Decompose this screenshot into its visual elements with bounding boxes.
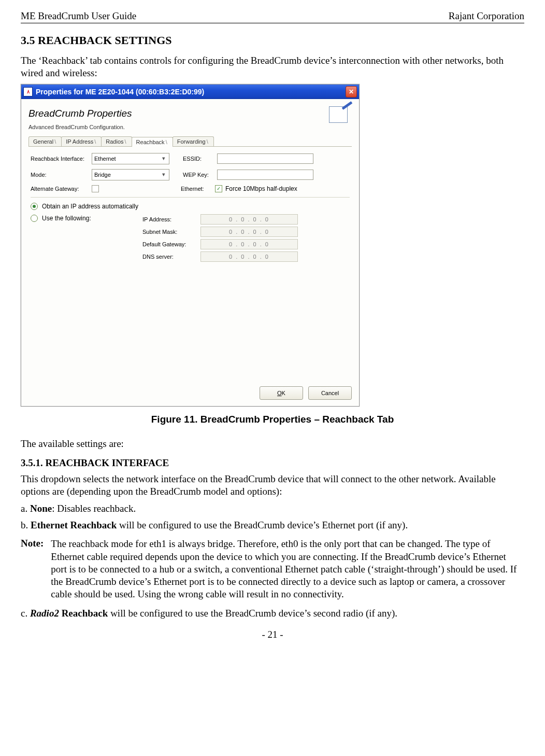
header-left: ME BreadCrumb User Guide — [21, 10, 136, 22]
note-block: Note: The reachback mode for eth1 is alw… — [21, 538, 524, 601]
panel-subtitle: Advanced BreadCrumb Configuration. — [21, 124, 359, 131]
button-bar: OK Cancel — [21, 381, 359, 406]
note-body: The reachback mode for eth1 is always br… — [51, 538, 524, 601]
window-title: Properties for ME 2E20-1044 (00:60:B3:2E… — [36, 88, 204, 96]
item-b: b. Ethernet Reachback will be configured… — [21, 519, 524, 531]
header-right: Rajant Corporation — [449, 10, 524, 22]
use-following-label: Use the following: — [42, 215, 91, 222]
section-heading: 3.5 REACHBACK SETTINGS — [21, 34, 524, 47]
use-following-radio[interactable] — [31, 215, 38, 222]
mode-select[interactable]: Bridge ▾ — [92, 169, 169, 180]
tab-reachback[interactable]: Reachback\ — [132, 137, 173, 147]
label-mode: Mode: — [31, 172, 92, 178]
label-dns-server: DNS server: — [142, 254, 200, 260]
force-10mbps-label: Force 10Mbps half-duplex — [225, 185, 297, 192]
ip-address-input[interactable]: 0 . 0 . 0 . 0 — [200, 214, 298, 225]
label-subnet-mask: Subnet Mask: — [142, 229, 200, 235]
tab-general[interactable]: General\ — [28, 136, 62, 146]
item-c: c. Radio2 Reachback will be configured t… — [21, 607, 524, 620]
page-header: ME BreadCrumb User Guide Rajant Corporat… — [21, 10, 524, 23]
form-area: Reachback Interface: Ethernet ▾ ESSID: M… — [21, 147, 359, 381]
label-reachback-interface: Reachback Interface: — [31, 156, 92, 162]
default-gateway-input[interactable]: 0 . 0 . 0 . 0 — [200, 239, 298, 249]
intro-text: The ‘Reachback’ tab contains controls fo… — [21, 54, 524, 80]
label-ethernet: Ethernet: — [181, 186, 215, 192]
essid-input[interactable] — [217, 153, 313, 164]
tab-ip-address[interactable]: IP Address\ — [61, 136, 102, 146]
obtain-ip-label: Obtain an IP address automatically — [42, 203, 138, 210]
obtain-ip-radio[interactable] — [31, 203, 38, 210]
item-a: a. None: Disables reachback. — [21, 502, 524, 515]
chevron-down-icon: ▾ — [161, 155, 167, 162]
alt-gateway-checkbox[interactable]: ✓ — [92, 185, 99, 192]
tab-forwarding[interactable]: Forwarding\ — [173, 136, 214, 146]
note-label: Note: — [21, 538, 44, 601]
wep-input[interactable] — [217, 170, 313, 180]
reachback-interface-select[interactable]: Ethernet ▾ — [92, 153, 169, 164]
page-number: - 21 - — [21, 629, 524, 640]
force-10mbps-checkbox[interactable]: ✓ — [215, 185, 222, 192]
available-settings: The available settings are: — [21, 438, 524, 450]
panel-title: BreadCrumb Properties — [28, 108, 132, 119]
dns-server-input[interactable]: 0 . 0 . 0 . 0 — [200, 251, 298, 262]
subsection-351: 3.5.1. REACHBACK INTERFACE — [21, 457, 524, 469]
label-wep: WEP Key: — [183, 172, 217, 178]
sub351-text: This dropdown selects the network interf… — [21, 473, 524, 498]
window-titlebar[interactable]: ٨ Properties for ME 2E20-1044 (00:60:B3:… — [21, 85, 359, 99]
label-default-gateway: Default Gateway: — [142, 241, 200, 247]
cancel-button[interactable]: Cancel — [308, 386, 352, 400]
chevron-down-icon: ▾ — [161, 171, 167, 178]
label-essid: ESSID: — [183, 156, 217, 162]
subnet-mask-input[interactable]: 0 . 0 . 0 . 0 — [200, 227, 298, 237]
figure-caption: Figure 11. BreadCrumb Properties – Reach… — [21, 414, 524, 425]
tab-radios[interactable]: Radios\ — [101, 136, 132, 146]
close-icon[interactable]: ✕ — [346, 86, 357, 97]
ok-button[interactable]: OK — [260, 386, 303, 400]
config-doc-icon — [327, 103, 352, 124]
tab-bar: General\ IP Address\ Radios\ Reachback\ … — [28, 136, 352, 147]
panel-header: BreadCrumb Properties — [21, 99, 359, 124]
properties-window: ٨ Properties for ME 2E20-1044 (00:60:B3:… — [21, 84, 360, 407]
separator — [31, 197, 350, 198]
label-alt-gateway: Alternate Gateway: — [31, 186, 92, 192]
label-ip-address: IP Address: — [142, 216, 200, 222]
app-icon: ٨ — [23, 87, 33, 96]
